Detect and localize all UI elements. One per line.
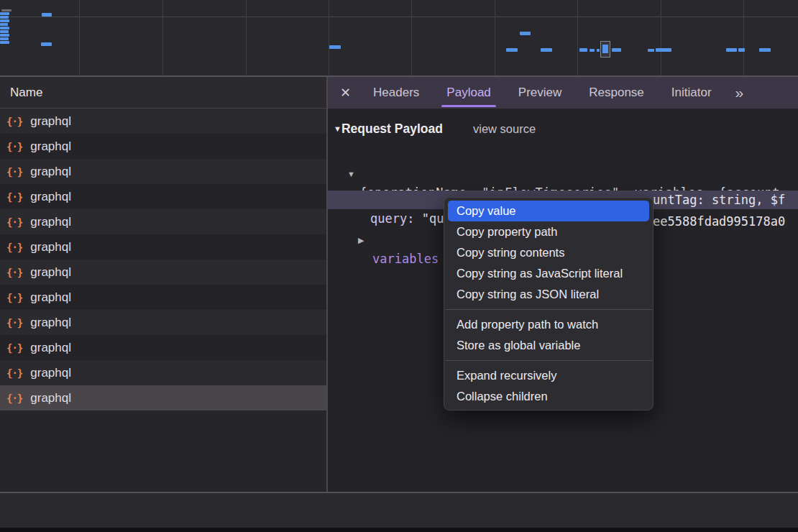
overflow-tabs-icon[interactable]: » [735,84,744,101]
json-braces-icon: {·} [6,191,22,203]
menu-separator [445,360,652,361]
expand-triangle-icon[interactable]: ▶ [358,231,364,249]
request-row[interactable]: {·}graphql [0,260,326,285]
network-activity-bar [0,41,9,44]
selected-request-marker-bar [602,45,608,53]
json-braces-icon: {·} [6,393,22,404]
property-key: variables [372,249,439,268]
column-header-name[interactable]: Name [0,77,326,109]
json-braces-icon: {·} [6,267,22,278]
menu-separator [445,309,652,310]
json-braces-icon: {·} [6,367,22,379]
request-row[interactable]: {·}graphql [0,184,326,209]
timeline-gridline [162,0,163,75]
overview-horizontal-divider [0,17,798,17]
network-activity-bar [597,49,600,52]
network-activity-bar [612,48,621,52]
menu-item-copy-property-path[interactable]: Copy property path [448,221,649,242]
network-activity-bar [590,49,595,52]
json-braces-icon: {·} [6,141,22,152]
request-name: graphql [30,391,71,405]
network-activity-bar [520,32,531,35]
network-activity-bar [541,48,552,52]
network-activity-bar [656,48,671,52]
network-activity-bar [579,48,587,52]
menu-item-copy-string-as-javascript-literal[interactable]: Copy string as JavaScript literal [448,263,649,284]
request-row[interactable]: {·}graphql [0,285,326,310]
network-activity-bar [0,37,9,40]
network-activity-bar [329,45,341,49]
payload-row-operation-name[interactable]: operationName: "ipFlowTimeseries" [328,169,798,188]
json-braces-icon: {·} [6,216,22,228]
request-payload-section-header[interactable]: ▼Request Payload [334,119,443,138]
menu-item-copy-string-as-json-literal[interactable]: Copy string as JSON literal [448,284,649,305]
json-braces-icon: {·} [6,317,22,329]
request-row[interactable]: {·}graphql [0,310,326,335]
request-row[interactable]: {·}graphql [0,234,326,260]
network-activity-bar [738,48,745,52]
close-icon[interactable]: ✕ [340,85,351,101]
network-activity-bar [1,9,12,12]
tab-payload[interactable]: Payload [433,77,504,109]
json-braces-icon: {·} [6,342,22,354]
network-activity-bar [0,23,8,26]
window-bottom-edge [0,528,798,532]
timeline-gridline [577,0,578,75]
timeline-gridline [661,0,661,75]
tab-preview[interactable]: Preview [505,77,575,109]
payload-root-row[interactable]: ▼ {operationName: "ipFlowTimeseries", va… [328,146,798,165]
request-row[interactable]: {·}graphql [0,360,326,385]
json-braces-icon: {·} [6,292,22,303]
request-row[interactable]: {·}graphql [0,159,326,184]
timeline-gridline [495,0,495,75]
request-name: graphql [30,114,71,129]
json-braces-icon: {·} [6,116,22,127]
view-source-link[interactable]: view source [473,119,536,138]
network-activity-bar [0,27,9,29]
request-list-panel: Name {·}graphql{·}graphql{·}graphql{·}gr… [0,77,326,493]
tab-response[interactable]: Response [575,77,658,109]
menu-item-store-as-global-variable[interactable]: Store as global variable [448,335,649,356]
collapse-triangle-icon: ▼ [334,124,341,133]
detail-tab-bar: ✕ HeadersPayloadPreviewResponseInitiator… [328,77,798,109]
timeline-gridline [329,0,329,75]
section-title: Request Payload [341,121,443,136]
menu-item-add-property-path-to-watch[interactable]: Add property path to watch [448,314,649,335]
request-row[interactable]: {·}graphql [0,385,326,411]
menu-item-expand-recursively[interactable]: Expand recursively [448,365,649,386]
network-activity-bar [648,49,654,52]
network-overview-timeline[interactable] [0,0,798,75]
network-activity-bar [0,34,9,37]
selected-request-marker [600,41,610,58]
request-name: graphql [30,290,71,305]
network-activity-bar [0,19,9,22]
request-name: graphql [30,316,71,330]
request-name: graphql [30,265,71,280]
request-name: graphql [30,139,71,154]
request-row[interactable]: {·}graphql [0,209,326,234]
timeline-gridline [743,0,744,75]
network-summary-footer [0,492,798,528]
network-activity-bar [0,12,9,15]
request-row[interactable]: {·}graphql [0,134,326,159]
menu-item-copy-string-contents[interactable]: Copy string contents [448,242,649,263]
network-activity-bar [0,30,9,33]
network-activity-bar [0,16,9,19]
network-activity-bar [42,13,52,17]
request-name: graphql [30,165,71,179]
tab-initiator[interactable]: Initiator [658,77,725,109]
context-menu: Copy valueCopy property pathCopy string … [444,197,653,411]
request-row[interactable]: {·}graphql [0,109,326,134]
tab-headers[interactable]: Headers [359,77,433,109]
timeline-gridline [411,0,412,75]
request-name: graphql [30,341,71,355]
request-row[interactable]: {·}graphql [0,335,326,360]
menu-item-copy-value[interactable]: Copy value [448,201,649,221]
devtools-network-panel: Name {·}graphql{·}graphql{·}graphql{·}gr… [0,0,798,532]
json-braces-icon: {·} [6,242,22,253]
menu-item-collapse-children[interactable]: Collapse children [448,386,649,407]
request-name: graphql [30,240,71,254]
property-value-right-fragment: untTag: string, $f [653,191,785,209]
timeline-gridline [246,0,247,75]
request-name: graphql [30,190,71,204]
